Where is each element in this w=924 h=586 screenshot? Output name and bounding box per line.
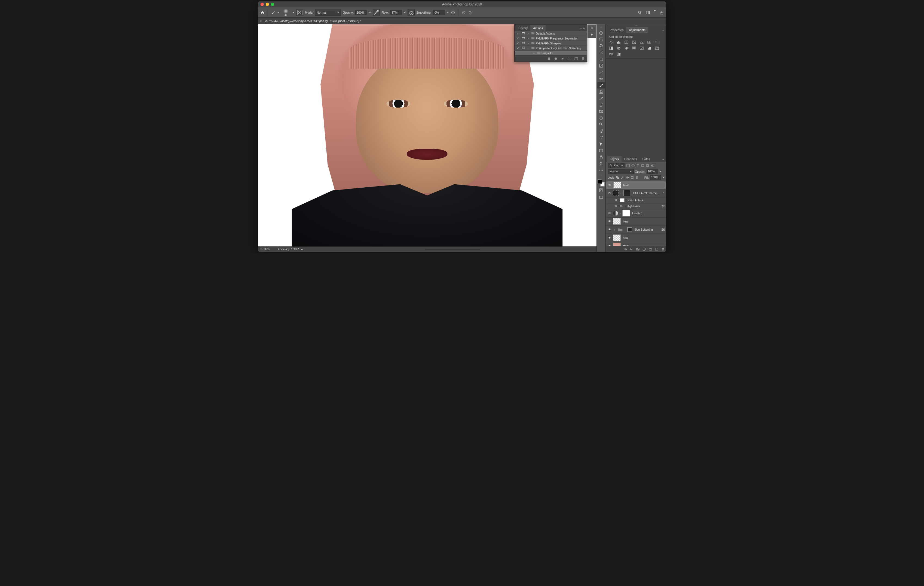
layer-name[interactable]: heal [622, 220, 665, 223]
properties-tab[interactable]: Properties [607, 27, 626, 33]
action-row[interactable]: ✓›PHLEARN Frequency Separation [515, 36, 587, 41]
layers-tab[interactable]: Layers [607, 156, 622, 162]
opacity-input[interactable]: 100% [355, 10, 367, 15]
layer-name[interactable]: PHLEARN Sharpen +1 [632, 191, 661, 195]
action-checkmark[interactable]: ✓ [516, 42, 520, 45]
visibility-toggle[interactable]: 👁 [607, 236, 612, 239]
action-checkmark[interactable]: ✓ [516, 32, 520, 35]
filter-pixel-icon[interactable] [626, 163, 630, 167]
healing-tool[interactable] [597, 76, 605, 82]
posterize-icon[interactable] [647, 46, 652, 50]
filter-shape-icon[interactable] [641, 163, 645, 167]
blur-tool[interactable] [597, 115, 605, 121]
visibility-toggle[interactable]: 👁 [607, 228, 612, 231]
filter-toggle[interactable] [651, 163, 655, 167]
move-tool[interactable] [597, 30, 605, 36]
opacity-pressure-toggle[interactable] [373, 9, 380, 16]
layer-row[interactable]: 👁›Skin Softening [606, 226, 666, 234]
layer-row[interactable]: 👁Smart Filters [606, 197, 666, 203]
filter-visibility-icon[interactable]: 👁 [620, 205, 625, 208]
zoom-level[interactable]: 37.39% [261, 248, 270, 251]
black-white-icon[interactable] [609, 46, 614, 50]
disclosure-icon[interactable]: › [526, 32, 530, 35]
layer-filter-select[interactable]: Kind [608, 163, 625, 168]
filter-type-icon[interactable] [636, 163, 640, 167]
action-dialog-toggle[interactable] [521, 46, 525, 50]
expand-icon[interactable] [588, 25, 596, 31]
layer-row[interactable]: 👁PHLEARN Sharpen +1⌃ [606, 189, 666, 197]
levels-icon[interactable] [616, 40, 621, 45]
adjustments-tab[interactable]: Adjustments [626, 27, 648, 33]
new-layer-button[interactable] [655, 247, 658, 251]
stamp-tool[interactable] [597, 89, 605, 95]
action-row[interactable]: ✓›PHLEARN Sharpen [515, 41, 587, 46]
disclosure-icon[interactable]: › [526, 37, 530, 40]
blend-mode-select[interactable]: Normal [315, 10, 341, 15]
marquee-tool[interactable] [597, 36, 605, 43]
frame-tool[interactable] [597, 62, 605, 69]
magic-wand-tool[interactable] [597, 49, 605, 56]
action-checkmark[interactable]: ✓ [516, 46, 520, 50]
color-lookup-icon[interactable] [632, 46, 637, 50]
action-row[interactable]: ✓›Default Actions [515, 31, 587, 36]
lock-all-button[interactable] [635, 176, 639, 180]
record-button[interactable] [554, 57, 558, 61]
rectangle-tool[interactable] [597, 147, 605, 154]
edit-toolbar-tool[interactable] [597, 167, 605, 173]
selective-color-icon[interactable] [616, 52, 621, 56]
share-button[interactable] [659, 10, 664, 15]
visibility-toggle[interactable]: 👁 [607, 191, 612, 195]
layer-row[interactable]: 👁heal [606, 181, 666, 189]
photo-filter-icon[interactable] [616, 46, 621, 50]
close-window-button[interactable] [261, 3, 264, 6]
color-balance-icon[interactable] [655, 40, 659, 45]
flow-input[interactable]: 37% [390, 10, 402, 15]
disclosure-icon[interactable]: › [526, 42, 530, 45]
smoothing-options-button[interactable] [450, 10, 455, 15]
disclosure-icon[interactable]: › [613, 228, 616, 231]
disclosure-icon[interactable]: ⌃ [662, 191, 665, 195]
layer-row[interactable]: 👁👁High Pass [606, 203, 666, 210]
hand-tool[interactable] [597, 154, 605, 160]
disclosure-icon[interactable]: ⌄ [526, 46, 530, 50]
quick-mask-button[interactable] [597, 187, 605, 194]
action-dialog-toggle[interactable] [521, 36, 525, 40]
visibility-toggle[interactable]: 👁 [607, 211, 612, 215]
paths-tab[interactable]: Paths [640, 156, 653, 162]
play-button[interactable] [561, 57, 564, 61]
visibility-toggle[interactable]: 👁 [614, 198, 619, 202]
filter-adjustment-icon[interactable] [631, 163, 635, 167]
filter-settings-icon[interactable] [661, 205, 665, 208]
lasso-tool[interactable] [597, 43, 605, 49]
visibility-toggle[interactable]: 👁 [607, 220, 612, 223]
layer-fill-input[interactable]: 100% [650, 175, 661, 180]
actions-tab[interactable]: Actions [530, 25, 546, 31]
document-tab[interactable]: 2019-04-13-ashley-with-sony-a7r-iii3138.… [265, 19, 361, 23]
layer-row[interactable]: 👁heal [606, 218, 666, 226]
channel-mixer-icon[interactable] [624, 46, 629, 50]
smoothing-input[interactable]: 0% [433, 10, 445, 15]
action-row[interactable]: ⌄Purple11 [515, 51, 587, 56]
layers-menu-button[interactable]: ≡ [662, 158, 664, 161]
type-tool[interactable] [597, 134, 605, 141]
history-tab[interactable]: History [516, 25, 530, 31]
symmetry-button[interactable] [468, 10, 473, 15]
crop-tool[interactable] [597, 56, 605, 62]
layer-name[interactable]: Smart Filters [625, 198, 665, 202]
hue-sat-icon[interactable] [647, 40, 652, 45]
new-adjustment-button[interactable] [642, 247, 646, 251]
gradient-map-icon[interactable] [609, 52, 614, 56]
brightness-contrast-icon[interactable] [609, 40, 614, 45]
action-dialog-toggle[interactable] [521, 41, 525, 45]
panel-collapse-handle[interactable] [606, 24, 666, 26]
layer-name[interactable]: High Pass [625, 205, 660, 208]
exposure-icon[interactable] [632, 40, 637, 45]
airbrush-toggle[interactable] [408, 9, 415, 16]
new-set-button[interactable] [568, 57, 571, 61]
visibility-toggle[interactable]: 👁 [607, 183, 612, 187]
channels-tab[interactable]: Channels [622, 156, 640, 162]
eyedropper-tool[interactable] [597, 69, 605, 76]
vibrance-icon[interactable] [639, 40, 644, 45]
layer-name[interactable]: heal [622, 183, 665, 187]
add-mask-button[interactable] [636, 247, 640, 251]
